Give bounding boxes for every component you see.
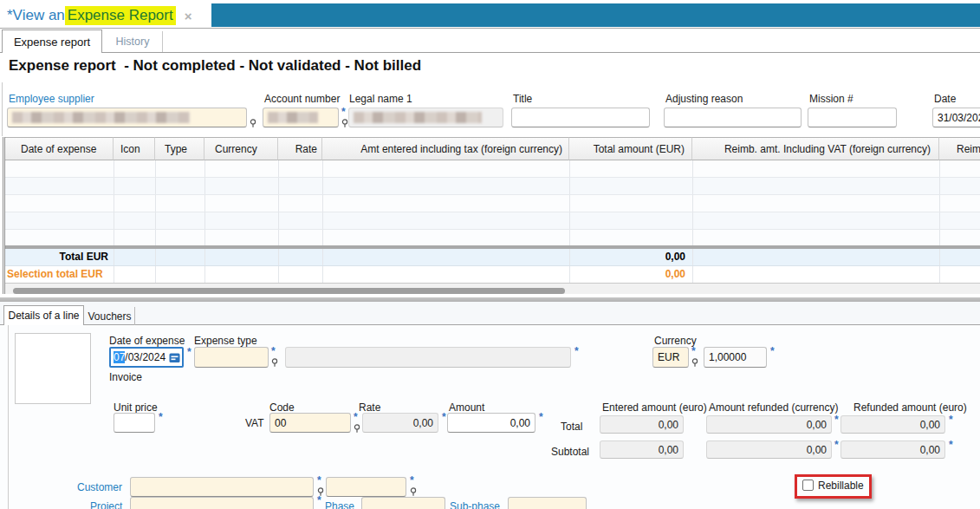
calendar-icon[interactable] bbox=[169, 352, 180, 363]
project-field[interactable] bbox=[130, 497, 314, 509]
vat-code-label: Code bbox=[269, 401, 295, 414]
col-header-icon[interactable]: Icon bbox=[114, 137, 155, 160]
grid-header-row: Date of expense Icon Type Currency Rate … bbox=[5, 137, 980, 160]
expense-type-field[interactable] bbox=[194, 347, 269, 368]
entered-amount-total-field: 0,00 bbox=[600, 415, 684, 434]
col-header-type[interactable]: Type bbox=[155, 137, 204, 160]
grid-total-row: Total EUR 0,00 bbox=[5, 249, 980, 266]
tab-details-of-a-line[interactable]: Details of a line bbox=[3, 305, 84, 325]
vat-amount-value: 0,00 bbox=[510, 417, 530, 429]
lookup-icon[interactable] bbox=[410, 487, 417, 497]
grid-row[interactable] bbox=[5, 212, 980, 230]
mission-field[interactable] bbox=[808, 108, 897, 127]
scrollbar-thumb[interactable] bbox=[13, 288, 565, 294]
tab-history-label: History bbox=[116, 36, 150, 48]
grid-row[interactable] bbox=[5, 160, 980, 178]
vat-code-value: 00 bbox=[275, 417, 286, 429]
redacted-value bbox=[12, 112, 190, 123]
rebillable-checkbox[interactable] bbox=[802, 480, 814, 491]
phase-label: Phase bbox=[325, 500, 354, 509]
date-rest-segment: /03/2024 bbox=[125, 351, 165, 363]
employee-supplier-field[interactable] bbox=[7, 108, 247, 127]
col-header-rate[interactable]: Rate bbox=[278, 137, 322, 160]
date-value: 31/03/2024 bbox=[938, 112, 980, 124]
date-field[interactable]: 31/03/2024 bbox=[932, 108, 980, 127]
required-asterisk: * bbox=[271, 347, 276, 356]
account-number-label: Account number bbox=[264, 93, 340, 105]
grid-selection-value: 0,00 bbox=[569, 268, 685, 280]
subphase-field[interactable] bbox=[508, 497, 587, 509]
expense-lines-grid: Date of expense Icon Type Currency Rate … bbox=[3, 137, 980, 294]
required-asterisk: * bbox=[159, 413, 163, 421]
customer-field[interactable] bbox=[130, 477, 314, 497]
entered-amount-col-label: Entered amount (euro) bbox=[602, 401, 707, 414]
grid-row[interactable] bbox=[5, 178, 980, 195]
col-header-reimb-2[interactable]: Reim bbox=[939, 137, 980, 160]
entered-amount-subtotal-value: 0,00 bbox=[659, 444, 678, 456]
currency-rate-field[interactable]: 1,00000 bbox=[704, 347, 767, 368]
vat-amount-label: Amount bbox=[449, 401, 484, 414]
expense-type-name-field bbox=[285, 347, 571, 368]
legal-name-field bbox=[348, 108, 503, 127]
vat-rate-field: 0,00 bbox=[362, 413, 438, 433]
tab-vouchers[interactable]: Vouchers bbox=[85, 307, 135, 325]
tab-details-label: Details of a line bbox=[8, 310, 79, 322]
tab-vouchers-label: Vouchers bbox=[88, 310, 131, 323]
lookup-icon[interactable] bbox=[354, 424, 360, 434]
details-panel-left-border bbox=[8, 324, 9, 509]
col-header-currency[interactable]: Currency bbox=[204, 137, 278, 160]
vat-label: VAT bbox=[245, 417, 264, 429]
amount-refunded-total-field: 0,00 bbox=[706, 415, 832, 434]
required-asterisk: * bbox=[317, 496, 321, 505]
grid-total-value: 0,00 bbox=[569, 251, 685, 263]
required-asterisk: * bbox=[834, 440, 839, 449]
document-tab[interactable]: *View an Expense Report × bbox=[7, 3, 191, 28]
customer-label: Customer bbox=[77, 481, 122, 493]
col-header-reimb-amt[interactable]: Reimb. amt. Including VAT (foreign curre… bbox=[692, 137, 939, 160]
customer-site-field[interactable] bbox=[326, 477, 406, 497]
currency-code-field[interactable]: EUR bbox=[652, 347, 689, 368]
grid-row[interactable] bbox=[5, 195, 980, 212]
account-number-field[interactable] bbox=[263, 108, 339, 127]
lookup-icon[interactable] bbox=[271, 358, 278, 368]
vat-code-field[interactable]: 00 bbox=[269, 413, 351, 433]
vat-amount-field[interactable]: 0,00 bbox=[447, 413, 535, 433]
vat-rate-value: 0,00 bbox=[413, 417, 433, 429]
unit-price-field[interactable] bbox=[114, 413, 155, 433]
phase-field[interactable] bbox=[361, 497, 445, 509]
lookup-icon[interactable] bbox=[341, 119, 348, 128]
amount-refunded-total-value: 0,00 bbox=[807, 419, 827, 431]
adjusting-reason-label: Adjusting reason bbox=[665, 93, 743, 105]
required-asterisk: * bbox=[574, 347, 579, 356]
titlebar bbox=[211, 3, 980, 27]
horizontal-scrollbar[interactable] bbox=[5, 284, 980, 294]
close-icon[interactable]: × bbox=[185, 9, 192, 23]
legal-name-label: Legal name 1 bbox=[349, 93, 412, 105]
grid-selection-total-row: Selection total EUR 0,00 bbox=[5, 266, 980, 284]
invoice-label: Invoice bbox=[109, 371, 142, 383]
col-header-date-of-expense[interactable]: Date of expense bbox=[5, 137, 114, 160]
adjusting-reason-field[interactable] bbox=[664, 108, 802, 127]
refunded-amount-total-field: 0,00 bbox=[840, 415, 945, 434]
tab-history[interactable]: History bbox=[103, 31, 163, 52]
col-header-amt-entered[interactable]: Amt entered including tax (foreign curre… bbox=[322, 137, 569, 160]
grid-selection-label: Selection total EUR bbox=[5, 268, 110, 280]
grid-row[interactable] bbox=[5, 230, 980, 245]
detail-date-input[interactable]: 07/03/2024 bbox=[109, 347, 184, 368]
doc-tab-title: *View an bbox=[7, 7, 65, 24]
vat-rate-label: Rate bbox=[359, 401, 380, 414]
title-field[interactable] bbox=[511, 108, 650, 127]
total-row-label: Total bbox=[561, 421, 582, 433]
tab-expense-report[interactable]: Expense report bbox=[2, 29, 102, 53]
required-asterisk: * bbox=[539, 413, 543, 421]
lookup-icon[interactable] bbox=[691, 358, 698, 368]
tab-expense-report-label: Expense report bbox=[14, 36, 90, 49]
col-header-total-amount[interactable]: Total amount (EUR) bbox=[569, 137, 692, 160]
required-asterisk: * bbox=[354, 413, 358, 421]
required-asterisk: * bbox=[770, 347, 775, 356]
amount-refunded-subtotal-field: 0,00 bbox=[706, 440, 832, 459]
refunded-amount-total-value: 0,00 bbox=[920, 419, 940, 431]
lookup-icon[interactable] bbox=[250, 119, 256, 128]
required-asterisk: * bbox=[410, 476, 414, 485]
unit-price-label: Unit price bbox=[114, 401, 158, 414]
